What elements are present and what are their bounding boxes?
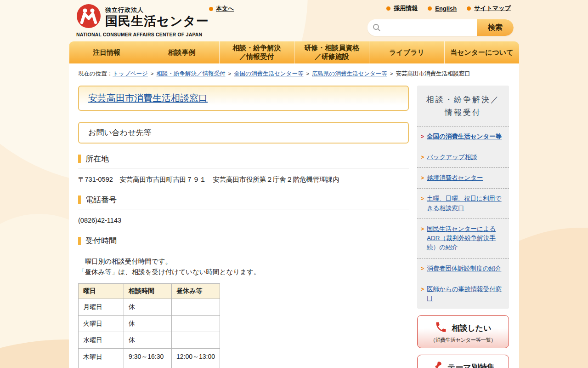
phone-icon: [435, 321, 447, 335]
sidebar-item[interactable]: > バックアップ相談: [417, 147, 509, 167]
section-heading-label: 所在地: [85, 154, 109, 164]
arrow-right-icon: >: [421, 174, 424, 183]
hours-intro-text: 曜日別の相談受付時間です。 「昼休み等」は、相談を受け付けていない時間となります…: [78, 256, 409, 277]
break-cell: 12:00～13:00: [172, 349, 220, 365]
arrow-right-icon: >: [421, 153, 424, 162]
day-cell: 火曜日: [79, 316, 124, 332]
breadcrumb-link[interactable]: トップページ: [113, 70, 147, 77]
nav-tab[interactable]: 注目情報: [69, 41, 144, 63]
main-content: 現在の位置：トップページ>相談・紛争解決／情報受付>全国の消費生活センター等>広…: [69, 63, 519, 368]
phone-number-text: (0826)42-1143: [78, 215, 409, 225]
breadcrumb-link[interactable]: 全国の消費生活センター等: [234, 70, 303, 77]
consult-button[interactable]: 相談したい （消費生活センター等一覧）: [417, 315, 509, 348]
hours-table-body: 月曜日 休 火曜日 休 水曜日 休 木曜日: [79, 299, 220, 368]
hours-cell: 休: [124, 316, 172, 332]
breadcrumb-item: トップページ>: [113, 70, 156, 77]
sidebar-item[interactable]: > 国民生活センターによるADR（裁判外紛争解決手続）の紹介: [417, 218, 509, 258]
table-row: 木曜日 9:30～16:30 12:00～13:00: [79, 349, 220, 365]
arrow-right-icon: >: [421, 195, 424, 213]
breadcrumb-item: 相談・紛争解決／情報受付>: [156, 70, 234, 77]
heading-bar-icon: [78, 196, 81, 204]
hours-table: 曜日相談時間昼休み等 月曜日 休 火曜日 休 水曜日: [78, 283, 220, 368]
utility-link[interactable]: サイトマップ: [467, 4, 511, 12]
day-cell: 木曜日: [79, 349, 124, 365]
bullet-icon: [209, 7, 213, 11]
hours-table-header-cell: 相談時間: [124, 284, 172, 299]
skip-to-content-link[interactable]: 本文へ: [216, 5, 234, 13]
breadcrumb-separator-icon: >: [390, 71, 393, 76]
section-heading-label: 電話番号: [85, 195, 117, 205]
consult-button-label: 相談したい: [452, 323, 491, 334]
sidebar: 相談・紛争解決／ 情報受付 > 全国の消費生活センター等 > バックアップ相談 …: [417, 86, 509, 309]
nav-tab[interactable]: ライブラリ: [369, 41, 444, 63]
sidebar-item[interactable]: > 土曜、日曜、祝日に利用できる相談窓口: [417, 188, 509, 218]
arrow-right-icon: >: [421, 225, 424, 253]
nav-tab[interactable]: 相談事例: [144, 41, 219, 63]
search-input[interactable]: [368, 19, 477, 36]
consult-button-sublabel: （消費生活センター等一覧）: [419, 337, 507, 344]
hours-table-head: 曜日相談時間昼休み等: [79, 284, 220, 299]
utility-link[interactable]: English: [428, 4, 457, 12]
logo-org-type: 独立行政法人: [105, 6, 209, 14]
nav-tab[interactable]: 当センターについて: [444, 41, 519, 63]
break-cell: [172, 316, 220, 332]
topics-button-label: テーマ別特集: [447, 362, 495, 368]
utility-link[interactable]: 採用情報: [386, 4, 418, 12]
day-cell: 水曜日: [79, 332, 124, 349]
breadcrumb-link: 安芸高田市消費生活相談窓口: [396, 70, 470, 77]
breadcrumb-link[interactable]: 相談・紛争解決／情報受付: [156, 70, 225, 77]
breadcrumb-link[interactable]: 広島県の消費生活センター等: [312, 70, 387, 77]
page-title-link[interactable]: 安芸高田市消費生活相談窓口: [88, 93, 208, 103]
break-cell: [172, 365, 220, 368]
table-row: 月曜日 休: [79, 299, 220, 316]
logo-org-name: 国民生活センター: [105, 15, 209, 29]
table-row: 水曜日 休: [79, 332, 220, 349]
breadcrumb: 現在の位置：トップページ>相談・紛争解決／情報受付>全国の消費生活センター等>広…: [69, 63, 519, 78]
sidebar-item-link[interactable]: バックアップ相談: [427, 153, 477, 162]
day-cell: 月曜日: [79, 299, 124, 316]
breadcrumb-item: 全国の消費生活センター等>: [234, 70, 312, 77]
breadcrumb-item: 安芸高田市消費生活相談窓口: [396, 70, 470, 77]
section-heading-phone: 電話番号: [78, 195, 409, 209]
hours-table-header-cell: 昼休み等: [172, 284, 220, 299]
heading-bar-icon: [78, 155, 81, 163]
day-cell: 金曜日: [79, 365, 124, 368]
arrow-right-icon: >: [421, 285, 424, 304]
hours-cell: 9:30～16:30: [124, 349, 172, 365]
sidebar-menu: > 全国の消費生活センター等 > バックアップ相談 > 越境消費者センター > …: [417, 126, 509, 309]
utility-links: 採用情報 English サイトマップ: [386, 4, 511, 12]
site-logo[interactable]: 独立行政法人 国民生活センター NATIONAL CONSUMER AFFAIR…: [76, 4, 209, 37]
contact-box-title: お問い合わせ先等: [78, 122, 409, 144]
breadcrumb-separator-icon: >: [306, 71, 309, 76]
sidebar-item[interactable]: > 医師からの事故情報受付窓口: [417, 279, 509, 309]
table-row: 金曜日 休: [79, 365, 220, 368]
skip-to-content[interactable]: 本文へ: [209, 5, 234, 13]
sidebar-item-link[interactable]: 医師からの事故情報受付窓口: [427, 285, 505, 304]
sidebar-item-link[interactable]: 全国の消費生活センター等: [427, 132, 502, 141]
nav-tab[interactable]: 研修・相談員資格 ／研修施設: [294, 41, 369, 63]
arrow-right-icon: >: [421, 132, 424, 141]
search-button[interactable]: 検索: [477, 19, 514, 36]
hours-cell: 休: [124, 332, 172, 349]
sidebar-item-link[interactable]: 消費者団体訴訟制度の紹介: [427, 264, 501, 273]
hours-table-header-cell: 曜日: [79, 284, 124, 299]
site-search: 検索: [368, 19, 514, 36]
arrow-right-icon: >: [421, 264, 424, 273]
breadcrumb-list: トップページ>相談・紛争解決／情報受付>全国の消費生活センター等>広島県の消費生…: [113, 70, 470, 77]
logo-org-name-en: NATIONAL CONSUMER AFFAIRS CENTER OF JAPA…: [76, 32, 209, 37]
sidebar-item[interactable]: > 越境消費者センター: [417, 167, 509, 188]
address-text: 〒731-0592 安芸高田市吉田町吉田７９１ 安芸高田市役所第２庁舎２階危機管…: [78, 174, 409, 184]
topics-button[interactable]: テーマ別特集 （ネットトラブル、高齢者被害…）: [417, 355, 509, 368]
bullet-icon: [428, 6, 432, 11]
sidebar-item-link[interactable]: 越境消費者センター: [427, 173, 483, 183]
nav-tab[interactable]: 相談・紛争解決 ／情報受付: [219, 41, 294, 63]
sidebar-item[interactable]: > 全国の消費生活センター等: [417, 126, 509, 147]
sidebar-item-link[interactable]: 国民生活センターによるADR（裁判外紛争解決手続）の紹介: [427, 224, 505, 253]
sidebar-item[interactable]: > 消費者団体訴訟制度の紹介: [417, 258, 509, 279]
sidebar-item-link[interactable]: 土曜、日曜、祝日に利用できる相談窓口: [427, 194, 505, 213]
pushpin-icon: [431, 360, 443, 368]
hours-cell: 休: [124, 365, 172, 368]
bullet-icon: [467, 6, 471, 11]
search-icon: [373, 23, 381, 34]
break-cell: [172, 332, 220, 349]
